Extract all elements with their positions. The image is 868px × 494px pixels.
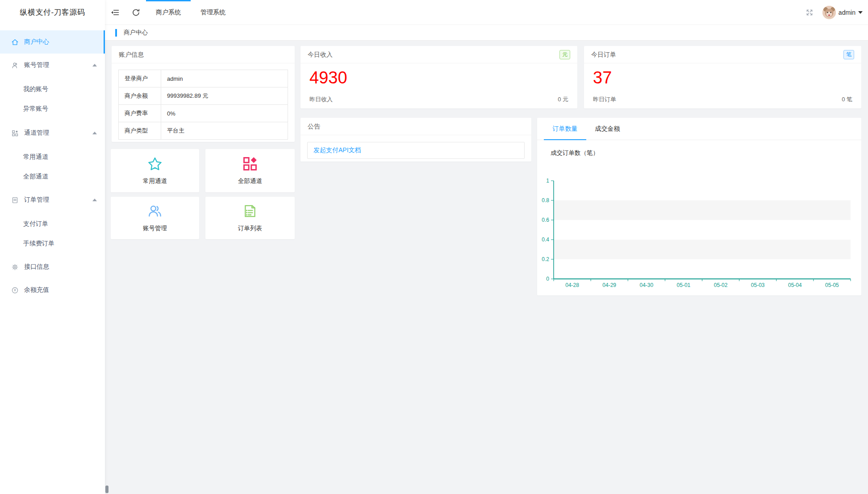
sidebar-sub-label: 全部通道 [23, 173, 48, 181]
yesterday-income-label: 昨日收入 [309, 95, 333, 104]
sidebar: 纵横支付-刀客源码 商户中心 账号管理 我的账号 异常账号 通道管理 常用通道 … [0, 0, 105, 494]
svg-text:1: 1 [546, 178, 549, 184]
table-row: 商户余额99939982.89 元 [119, 87, 288, 105]
shortcut-label: 账号管理 [143, 224, 167, 232]
table-row: 商户类型平台主 [119, 122, 288, 140]
sidebar-sub-label: 我的账号 [23, 85, 48, 93]
tab-label: 成交金额 [595, 125, 620, 133]
svg-text:05-03: 05-03 [751, 282, 765, 288]
row-value: 0% [161, 105, 288, 122]
sidebar-item-api-info[interactable]: 接口信息 [0, 255, 105, 278]
svg-text:05-02: 05-02 [714, 282, 728, 288]
sidebar-group-label: 账号管理 [24, 61, 92, 69]
row-label: 商户类型 [119, 122, 161, 140]
row-value: 99939982.89 元 [161, 87, 288, 105]
shortcut-label: 全部通道 [238, 177, 262, 185]
svg-text:05-01: 05-01 [677, 282, 691, 288]
today-income-value: 4930 [309, 68, 577, 87]
table-row: 登录商户admin [119, 70, 288, 87]
chart-title: 成交订单数（笔） [551, 149, 861, 157]
svg-text:0.8: 0.8 [542, 197, 549, 203]
svg-text:0.2: 0.2 [542, 256, 549, 262]
today-income-card: 今日收入 元 4930 昨日收入 0 元 [300, 46, 577, 108]
collapse-menu-icon[interactable] [105, 0, 125, 25]
api-doc-link[interactable]: 发起支付API文档 [313, 146, 361, 154]
avatar [822, 6, 836, 19]
unit-badge-yuan: 元 [559, 50, 570, 59]
svg-text:05-04: 05-04 [788, 282, 802, 288]
top-header: 商户系统 管理系统 admin [105, 0, 868, 25]
row-label: 商户余额 [119, 87, 161, 105]
chevron-up-icon [92, 64, 97, 66]
notice-card: 公告 发起支付API文档 [300, 118, 531, 162]
sidebar-group-channels[interactable]: 通道管理 [0, 121, 105, 145]
grid-icon [242, 156, 258, 173]
gear-icon [11, 263, 19, 271]
refresh-icon[interactable] [125, 0, 146, 25]
doc-icon [11, 196, 19, 204]
fullscreen-icon[interactable] [803, 0, 816, 25]
shortcut-common-channels[interactable]: 常用通道 [111, 149, 199, 192]
tab-merchant-system[interactable]: 商户系统 [146, 0, 191, 25]
username: admin [839, 9, 855, 16]
sidebar-item-common-channels[interactable]: 常用通道 [0, 147, 105, 167]
sidebar-item-all-channels[interactable]: 全部通道 [0, 167, 105, 187]
sidebar-item-label: 接口信息 [24, 263, 97, 271]
today-orders-value: 37 [593, 68, 861, 87]
sidebar-item-pay-orders[interactable]: 支付订单 [0, 214, 105, 234]
svg-text:04-28: 04-28 [565, 282, 579, 288]
sidebar-sub-label: 手续费订单 [23, 240, 54, 248]
row-value: 平台主 [161, 122, 288, 140]
tab-transaction-amount[interactable]: 成交金额 [586, 118, 629, 140]
sidebar-item-label: 余额充值 [24, 286, 97, 294]
user-menu[interactable]: admin [822, 6, 863, 19]
yesterday-income-value: 0 元 [558, 95, 568, 104]
card-title: 今日订单 [591, 46, 616, 63]
svg-text:04-29: 04-29 [602, 282, 616, 288]
order-count-chart: 00.20.40.60.8104-2804-2904-3005-0105-020… [537, 176, 861, 295]
sidebar-item-my-account[interactable]: 我的账号 [0, 79, 105, 99]
sidebar-item-balance-recharge[interactable]: ¥ 余额充值 [0, 278, 105, 302]
tab-label: 管理系统 [200, 8, 225, 17]
scrollbar-thumb[interactable] [105, 486, 108, 493]
tab-order-count[interactable]: 订单数量 [544, 118, 586, 140]
sidebar-sub-label: 异常账号 [23, 105, 48, 113]
shortcut-label: 常用通道 [143, 177, 167, 185]
home-icon [11, 38, 19, 46]
table-row: 商户费率0% [119, 105, 288, 122]
sidebar-group-label: 订单管理 [24, 196, 92, 204]
row-value: admin [161, 70, 288, 87]
grid-icon [11, 129, 19, 137]
sidebar-group-accounts[interactable]: 账号管理 [0, 54, 105, 77]
sidebar-item-label: 商户中心 [24, 38, 97, 46]
yesterday-orders-label: 昨日订单 [593, 95, 616, 104]
card-title: 账户信息 [119, 46, 144, 63]
sidebar-group-orders[interactable]: 订单管理 [0, 188, 105, 212]
chart-tabs: 订单数量 成交金额 [537, 118, 861, 140]
tab-label: 商户系统 [156, 8, 181, 17]
star-icon [147, 156, 163, 173]
svg-text:¥: ¥ [14, 288, 16, 292]
tab-label: 订单数量 [553, 125, 578, 133]
sidebar-item-merchant-center[interactable]: 商户中心 [0, 30, 105, 54]
svg-text:0.4: 0.4 [542, 237, 549, 243]
sidebar-item-abnormal-account[interactable]: 异常账号 [0, 99, 105, 119]
svg-text:04-30: 04-30 [639, 282, 653, 288]
page-title: 商户中心 [124, 29, 148, 37]
shortcut-account-management[interactable]: 账号管理 [111, 197, 199, 239]
account-info-table: 登录商户admin 商户余额99939982.89 元 商户费率0% 商户类型平… [118, 70, 288, 140]
svg-text:0: 0 [546, 276, 549, 282]
unit-badge-bi: 笔 [843, 50, 854, 59]
list-icon [242, 203, 258, 220]
yesterday-orders-value: 0 笔 [842, 95, 852, 104]
app-logo-title: 纵横支付-刀客源码 [0, 0, 105, 25]
orders-chart-card: 订单数量 成交金额 成交订单数（笔） 00.20.40.60.8104-2804… [537, 118, 861, 295]
today-orders-card: 今日订单 笔 37 昨日订单 0 笔 [584, 46, 861, 108]
notice-item: 发起支付API文档 [307, 142, 525, 159]
shortcut-all-channels[interactable]: 全部通道 [205, 149, 295, 192]
shortcut-order-list[interactable]: 订单列表 [205, 197, 295, 239]
card-title: 今日收入 [308, 46, 333, 63]
sidebar-item-fee-orders[interactable]: 手续费订单 [0, 234, 105, 253]
yen-icon: ¥ [11, 286, 19, 294]
tab-admin-system[interactable]: 管理系统 [191, 0, 235, 25]
